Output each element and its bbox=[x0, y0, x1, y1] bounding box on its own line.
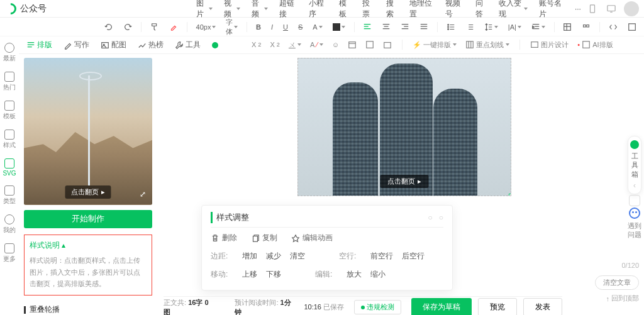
menu-image[interactable]: 图片 bbox=[191, 0, 218, 21]
highlight-icon[interactable] bbox=[167, 21, 180, 33]
bg-color-button[interactable] bbox=[330, 22, 348, 32]
svg-point-2 bbox=[448, 24, 449, 25]
menu-channels[interactable]: 视频号 bbox=[440, 0, 469, 21]
toolbox-label: 工具箱 bbox=[630, 152, 640, 179]
close-icon[interactable]: ○ bbox=[439, 213, 443, 222]
margin-inc-button[interactable]: 增加 bbox=[242, 251, 257, 262]
letter-spacing-icon[interactable]: |A| bbox=[506, 22, 524, 32]
back-to-top-button[interactable]: ↑ 回到顶部 bbox=[606, 294, 640, 303]
format-toolbar: 40px 字体 B I U S A |A| bbox=[0, 18, 644, 36]
bullet-list-icon[interactable] bbox=[444, 21, 458, 33]
dice-icon[interactable] bbox=[629, 195, 640, 206]
preview-flip-tag: 点击翻页 ▸ bbox=[65, 185, 111, 199]
tab-trending[interactable]: 热榜 bbox=[138, 40, 164, 50]
font-family-select[interactable]: 字体 bbox=[223, 16, 240, 38]
expand-icon[interactable]: ⤢ bbox=[140, 190, 146, 199]
chevron-down-icon bbox=[234, 26, 238, 30]
menu-monetize[interactable]: 收入变现 bbox=[494, 0, 533, 21]
bold-button[interactable]: B bbox=[253, 22, 264, 32]
italic-button[interactable]: I bbox=[269, 22, 275, 32]
leftnav-more[interactable]: 更多 bbox=[3, 243, 16, 263]
align-right-icon[interactable] bbox=[398, 21, 412, 33]
violation-check-button[interactable]: 违规检测 bbox=[354, 300, 401, 314]
format-paint-icon[interactable] bbox=[148, 21, 162, 33]
move-label: 移动: bbox=[211, 269, 233, 280]
avatar[interactable] bbox=[624, 1, 639, 16]
divider-icon[interactable] bbox=[625, 21, 639, 33]
underline-button[interactable]: U bbox=[280, 22, 291, 32]
blank-line-label: 空行: bbox=[339, 251, 362, 262]
line-height-icon[interactable] bbox=[482, 21, 501, 33]
phone-preview-icon[interactable] bbox=[586, 3, 599, 15]
preview-illustration-pole bbox=[88, 75, 90, 185]
edit-animation-button[interactable]: 编辑动画 bbox=[291, 233, 333, 243]
redo-icon[interactable] bbox=[121, 21, 135, 33]
zoom-in-button[interactable]: 放大 bbox=[347, 269, 362, 280]
text-color-button[interactable]: A bbox=[310, 22, 325, 32]
read-time-label: 预计阅读时间: bbox=[235, 299, 278, 306]
menu-audio[interactable]: 音频 bbox=[247, 0, 273, 21]
leftnav-svg[interactable]: SVG bbox=[3, 158, 16, 177]
leftnav-template[interactable]: 模板 bbox=[3, 101, 16, 121]
number-list-icon[interactable] bbox=[463, 21, 477, 33]
margin-dec-button[interactable]: 减少 bbox=[266, 251, 281, 262]
resize-handle[interactable] bbox=[509, 194, 511, 196]
menu-geo[interactable]: 地理位置 bbox=[404, 0, 439, 21]
chevron-down-icon bbox=[341, 26, 345, 30]
menu-link[interactable]: 超链接 bbox=[274, 0, 303, 21]
table-icon[interactable] bbox=[560, 21, 574, 33]
clear-article-button[interactable]: 清空文章 bbox=[595, 275, 639, 290]
app-title: 公众号 bbox=[20, 3, 47, 14]
copy-button[interactable]: 复制 bbox=[251, 233, 277, 243]
font-size-select[interactable]: 40px bbox=[194, 22, 219, 32]
leftnav-style[interactable]: 样式 bbox=[3, 130, 16, 150]
margin-clear-button[interactable]: 清空 bbox=[290, 251, 305, 262]
save-draft-button[interactable]: 保存为草稿 bbox=[411, 298, 472, 315]
chevron-down-icon bbox=[212, 26, 216, 30]
editor-canvas[interactable]: 点击翻页 ▸ bbox=[297, 58, 511, 196]
blank-after-button[interactable]: 后空行 bbox=[402, 251, 425, 262]
move-down-button[interactable]: 下移 bbox=[266, 269, 281, 280]
leftnav-type[interactable]: 类型 bbox=[3, 185, 16, 206]
menu-vote[interactable]: 投票 bbox=[357, 0, 380, 21]
quote-icon[interactable] bbox=[579, 21, 593, 33]
feedback-float[interactable]: 遇到问题 bbox=[628, 207, 641, 240]
strike-button[interactable]: S bbox=[296, 22, 305, 32]
delete-button[interactable]: 删除 bbox=[211, 233, 237, 243]
start-make-button[interactable]: 开始制作 bbox=[24, 210, 152, 228]
tab-write[interactable]: 写作 bbox=[64, 40, 89, 50]
move-up-button[interactable]: 上移 bbox=[242, 269, 257, 280]
menu-qa[interactable]: 问答 bbox=[470, 0, 493, 21]
menu-more[interactable]: ··· bbox=[570, 0, 586, 21]
green-indicator-icon bbox=[212, 42, 218, 48]
zoom-out-button[interactable]: 缩小 bbox=[370, 269, 386, 280]
desktop-preview-icon[interactable] bbox=[605, 3, 618, 15]
leftnav-hot[interactable]: 热门 bbox=[3, 72, 16, 92]
menu-search[interactable]: 搜索 bbox=[381, 0, 404, 21]
desc-text: 样式说明：点击翻页样式，点击上传图片，插入文中后，多张图片可以点击翻页，提高排版… bbox=[30, 255, 147, 290]
align-center-icon[interactable] bbox=[379, 21, 393, 33]
tab-images[interactable]: 配图 bbox=[101, 40, 126, 50]
minimize-icon[interactable]: ○ bbox=[428, 213, 433, 222]
chevron-down-icon bbox=[209, 8, 213, 12]
style-preview-card[interactable]: 点击翻页 ▸ ⤢ bbox=[24, 58, 152, 205]
publish-button[interactable]: 发表 bbox=[523, 298, 562, 315]
svg-point-3 bbox=[448, 26, 449, 28]
menu-miniapp[interactable]: 小程序 bbox=[304, 0, 332, 21]
tab-tools[interactable]: 工具 bbox=[175, 40, 201, 50]
chevron-down-icon bbox=[319, 26, 323, 30]
toolbox-float[interactable]: 工具箱 ‹ bbox=[628, 136, 641, 194]
align-left-icon[interactable] bbox=[360, 21, 374, 33]
blank-before-button[interactable]: 前空行 bbox=[370, 251, 393, 262]
undo-icon[interactable] bbox=[102, 21, 116, 33]
preview-button[interactable]: 预览 bbox=[478, 298, 517, 315]
leftnav-mine[interactable]: 我的 bbox=[3, 214, 16, 235]
align-justify-icon[interactable] bbox=[417, 21, 431, 33]
menu-template[interactable]: 模板 bbox=[334, 0, 357, 21]
indent-icon[interactable] bbox=[529, 21, 548, 33]
leftnav-latest[interactable]: 最新 bbox=[3, 43, 16, 63]
tab-layout[interactable]: 排版 bbox=[26, 40, 52, 50]
code-icon[interactable] bbox=[606, 21, 620, 33]
menu-card[interactable]: 账号名片 bbox=[534, 0, 569, 21]
canvas-image bbox=[333, 82, 378, 196]
